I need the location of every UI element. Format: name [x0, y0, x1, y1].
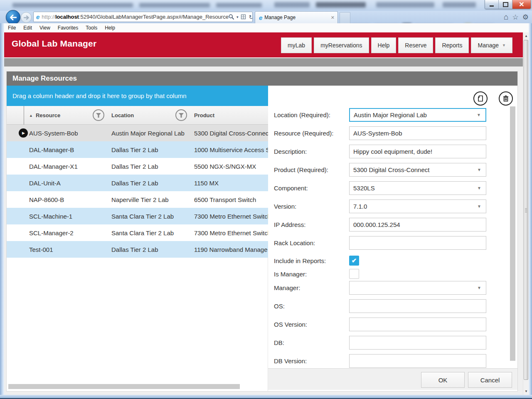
nav-reports-button[interactable]: Reports	[435, 37, 469, 53]
gray-strip	[4, 58, 523, 66]
component-select[interactable]: 5320LS▼	[349, 181, 486, 195]
nav-manage-button[interactable]: Manage▼	[471, 37, 512, 53]
form-row-description: Description:	[274, 145, 486, 158]
page-viewport: Global Lab Manager myLab myReservations …	[4, 32, 523, 395]
table-row[interactable]: Test-001 Dallas Tier 2 Lab 1190 Narrowba…	[7, 241, 268, 258]
manager-select[interactable]: ▼	[349, 281, 486, 295]
new-tab-button[interactable]	[340, 12, 350, 24]
product-select[interactable]: 5300 Digital Cross-Connect▼	[349, 163, 486, 177]
redacted-title-text	[139, 3, 210, 7]
page-favicon-ie-icon: e	[36, 13, 39, 20]
menu-favorites[interactable]: Favorites	[54, 25, 82, 31]
redacted-title-text	[443, 2, 476, 7]
location-select[interactable]: Austin Major Regional Lab▼	[349, 108, 486, 122]
filter-funnel-icon	[96, 113, 101, 118]
description-field[interactable]	[353, 148, 482, 155]
os-field[interactable]	[353, 303, 482, 310]
resource-field[interactable]	[353, 130, 482, 137]
db-version-field[interactable]	[353, 357, 482, 365]
window-border-left	[0, 23, 4, 395]
nav-mylab-button[interactable]: myLab	[281, 37, 312, 53]
table-row[interactable]: NAP-8600-B Naperville Tier 2 Lab 6500 Tr…	[7, 191, 268, 208]
column-header-product[interactable]: Product	[194, 106, 214, 125]
settings-gear-icon[interactable]: ⚙	[522, 13, 529, 22]
form-scrollbar-thumb[interactable]	[510, 106, 515, 361]
scroll-up-icon[interactable]: ▲	[523, 32, 529, 39]
column-header-resource[interactable]: ▲ Resource	[29, 106, 60, 125]
scrollbar-gripper	[525, 208, 527, 212]
manage-resources-panel: Manage Resources Drag a column header an…	[7, 71, 517, 391]
form-row-include-in-reports: Include in Reports: ✔	[274, 254, 359, 267]
browser-tab-manage-page[interactable]: e Manage Page ✕	[255, 11, 338, 23]
table-row[interactable]: DAL-Unit-A Dallas Tier 2 Lab 1150 MX	[7, 175, 268, 191]
back-button[interactable]	[6, 10, 20, 25]
menu-file[interactable]: File	[4, 25, 20, 31]
cancel-button[interactable]: Cancel	[468, 372, 512, 388]
url-path: :52940/GlobalLabManagerTestPage.aspx#/Ma…	[79, 14, 229, 20]
grid-group-drop-zone[interactable]: Drag a column header and drop it here to…	[7, 86, 268, 106]
app-top-nav: myLab myReservations Help Reserve Report…	[281, 37, 512, 53]
is-manager-checkbox[interactable]	[349, 269, 359, 279]
redacted-title-text	[376, 2, 434, 7]
menu-edit[interactable]: Edit	[20, 25, 36, 31]
version-select[interactable]: 7.1.0▼	[349, 200, 486, 213]
favorites-star-icon[interactable]: ☆	[512, 13, 519, 22]
table-row[interactable]: DAL-Manager-B Dallas Tier 2 Lab 1000 Mul…	[7, 141, 268, 158]
form-row-is-manager: Is Manager:	[274, 267, 359, 281]
grid-horizontal-scrollbar-thumb[interactable]	[8, 384, 240, 389]
browser-menu-bar: File Edit View Favorites Tools Help	[4, 23, 529, 32]
menu-view[interactable]: View	[36, 25, 54, 31]
table-row[interactable]: DAL-Manager-X1 Dallas Tier 2 Lab 5500 NG…	[7, 158, 268, 175]
address-bar[interactable]: e http://localhost:52940/GlobalLabManage…	[33, 12, 253, 22]
form-row-version: Version: 7.1.0▼	[274, 200, 486, 213]
include-in-reports-checkbox[interactable]: ✔	[349, 256, 359, 266]
table-row[interactable]: SCL-Manager-2 Santa Clara Tier 2 Lab 730…	[7, 224, 268, 241]
close-button[interactable]: ✕	[512, 0, 531, 9]
db-field[interactable]	[353, 339, 482, 346]
column-header-location[interactable]: Location	[111, 106, 134, 125]
minimize-button[interactable]	[485, 0, 499, 9]
menu-help[interactable]: Help	[101, 25, 119, 31]
ip-address-field[interactable]	[353, 221, 482, 228]
browser-vertical-scrollbar[interactable]: ▲ ▼	[523, 32, 529, 395]
table-row[interactable]: SCL-Machine-1 Santa Clara Tier 2 Lab 730…	[7, 208, 268, 224]
resources-grid: Drag a column header and drop it here to…	[7, 86, 268, 391]
app-brand-title: Global Lab Manager	[12, 39, 96, 49]
nav-myreservations-button[interactable]: myReservations	[314, 37, 369, 53]
resource-filter-button[interactable]	[93, 109, 104, 121]
search-icon[interactable]	[229, 14, 234, 20]
window-titlebar[interactable]: ✕	[0, 0, 532, 11]
chevron-down-icon: ▼	[502, 43, 506, 47]
form-row-product: Product (Required): 5300 Digital Cross-C…	[274, 163, 486, 177]
form-row-os-version: OS Version:	[274, 318, 486, 331]
location-filter-button[interactable]	[175, 109, 187, 121]
ie-browser-window: ✕ e http://localhost:52940/GlobalLabMana…	[0, 0, 532, 399]
delete-resource-button[interactable]	[499, 91, 513, 106]
refresh-icon[interactable]: ↻	[249, 14, 253, 20]
redacted-title-text	[216, 3, 262, 7]
scroll-down-icon[interactable]: ▼	[523, 388, 529, 395]
nav-reserve-button[interactable]: Reserve	[398, 37, 433, 53]
compatibility-view-icon[interactable]	[241, 14, 246, 20]
url-scheme: http://	[42, 14, 55, 20]
table-row[interactable]: ▶ AUS-System-Bob Austin Major Regional L…	[7, 125, 268, 141]
tab-title: Manage Page	[264, 15, 296, 20]
maximize-button[interactable]	[499, 0, 512, 9]
forward-button[interactable]	[21, 12, 32, 23]
rack-location-field[interactable]	[353, 239, 482, 246]
url-host: localhost	[55, 14, 79, 20]
nav-help-button[interactable]: Help	[371, 37, 397, 53]
grid-rows: ▶ AUS-System-Bob Austin Major Regional L…	[7, 125, 268, 258]
menu-tools[interactable]: Tools	[82, 25, 101, 31]
os-version-field[interactable]	[353, 321, 482, 328]
scrollbar-thumb[interactable]	[524, 40, 528, 380]
form-footer: OK Cancel	[268, 368, 517, 390]
search-dropdown-caret-icon[interactable]: ▾	[236, 15, 239, 19]
home-icon[interactable]: ⌂	[504, 12, 508, 22]
filter-funnel-icon	[178, 113, 184, 118]
copy-resource-button[interactable]	[473, 91, 488, 106]
trash-icon	[502, 95, 510, 102]
ok-button[interactable]: OK	[421, 372, 465, 388]
tab-close-icon[interactable]: ✕	[331, 15, 335, 20]
window-border-right	[529, 23, 532, 395]
